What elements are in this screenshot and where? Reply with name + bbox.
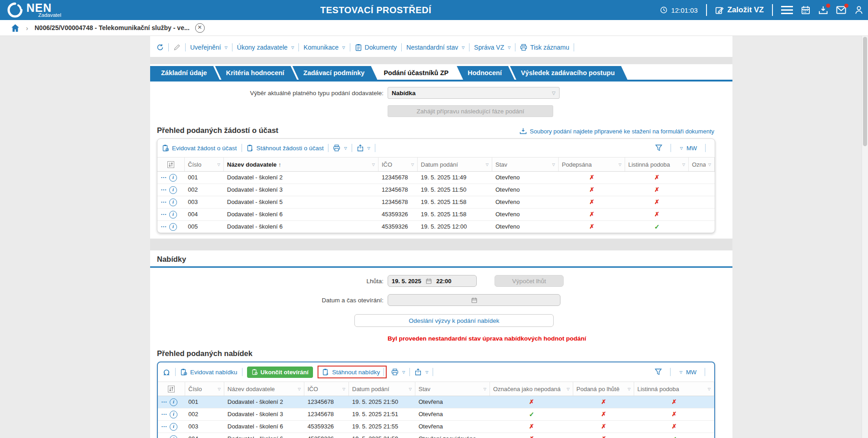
table-row[interactable]: •••i003Dodavatel - školení 51234567819. …	[157, 196, 715, 208]
filter-icon[interactable]	[655, 144, 662, 152]
start-next-phase-button[interactable]: Zahájit přípravu následující fáze podání	[388, 105, 553, 117]
column-filter-icon[interactable]: ▽	[411, 163, 414, 167]
info-icon[interactable]: i	[170, 411, 177, 418]
info-icon[interactable]: i	[170, 435, 177, 438]
table-row[interactable]: •••i002Dodavatel - školení 31234567819. …	[158, 408, 714, 420]
deadline-field[interactable]: 19. 5. 2025 22:00	[388, 275, 477, 287]
row-menu-icon[interactable]: •••	[161, 196, 167, 208]
info-icon[interactable]: i	[170, 398, 177, 406]
info-icon[interactable]: i	[169, 174, 177, 182]
refresh-button[interactable]	[156, 44, 164, 51]
table-row[interactable]: •••i004Dodavatel - školení 64535932619. …	[157, 208, 715, 220]
info-icon[interactable]: i	[169, 223, 177, 231]
column-header-6[interactable]: Podaná po lhůtě▽	[573, 382, 634, 396]
column-header-7[interactable]: Označe▽	[689, 158, 715, 171]
column-header-4[interactable]: Stav▽	[415, 382, 490, 396]
column-header-1[interactable]: Název dodavatele▽	[224, 382, 304, 396]
row-menu-icon[interactable]: •••	[161, 209, 167, 220]
chevron-down-icon[interactable]: ▽	[680, 370, 682, 374]
table-row[interactable]: •••i001Dodavatel - školení 21234567819. …	[158, 396, 714, 408]
command-item-4[interactable]: Nestandardní stav▽	[406, 44, 464, 51]
column-filter-icon[interactable]: ▽	[486, 163, 489, 167]
files-download-link[interactable]: Soubory podání najdete připravené ke sta…	[520, 127, 714, 135]
submission-type-select[interactable]: Nabídka ▽	[388, 87, 560, 99]
column-filter-icon[interactable]: ▽	[682, 163, 685, 167]
column-filter-icon[interactable]: ▽	[708, 387, 711, 391]
row-menu-icon[interactable]: •••	[161, 433, 167, 438]
nen-logo[interactable]: NEN Zadavatel	[7, 2, 61, 18]
menu-icon[interactable]	[781, 5, 793, 15]
stahnout-zadosti-button[interactable]: Stáhnout žádosti o účast	[247, 144, 324, 152]
breadcrumb-item[interactable]: N006/25/V00004748 - Telekomunikační služ…	[35, 24, 190, 31]
messages-button[interactable]	[836, 5, 846, 15]
stahnout-nabidky-button[interactable]: Stáhnout nabídky	[322, 368, 380, 376]
end-opening-button[interactable]: Ukončit otevírání	[247, 367, 313, 378]
column-filter-icon[interactable]: ▽	[628, 387, 631, 391]
vertical-scrollbar[interactable]	[862, 36, 868, 438]
command-item-1[interactable]: Úkony zadavatele▽	[237, 44, 294, 51]
column-settings-icon[interactable]	[157, 158, 185, 171]
info-icon[interactable]: i	[169, 199, 177, 206]
watch-button[interactable]	[162, 368, 171, 376]
column-header-0[interactable]: Číslo▽	[185, 382, 224, 396]
create-vz-button[interactable]: Založit VZ	[715, 5, 764, 15]
command-item-3[interactable]: Dokumenty	[355, 44, 397, 51]
column-filter-icon[interactable]: ▽	[372, 163, 375, 167]
column-header-6[interactable]: Listinná podoba▽	[625, 158, 689, 171]
tab-1[interactable]: Kritéria hodnocení	[215, 66, 297, 80]
filter-icon[interactable]	[655, 368, 662, 376]
column-header-3[interactable]: Datum podání▽	[418, 158, 492, 171]
column-header-5[interactable]: Označena jako nepodaná▽	[490, 382, 573, 396]
column-filter-icon[interactable]: ▽	[567, 387, 570, 391]
info-icon[interactable]: i	[169, 186, 177, 194]
column-header-0[interactable]: Číslo▽	[185, 158, 224, 171]
row-menu-icon[interactable]: •••	[161, 221, 167, 233]
column-filter-icon[interactable]: ▽	[484, 387, 486, 391]
info-icon[interactable]: i	[170, 423, 177, 431]
info-icon[interactable]: i	[169, 211, 177, 219]
scrollbar-thumb[interactable]	[863, 37, 867, 146]
home-icon[interactable]	[11, 24, 20, 32]
mw-toggle[interactable]: MW	[686, 145, 697, 152]
table-row[interactable]: •••i003Dodavatel - školení 64535932619. …	[158, 420, 714, 433]
command-item-0[interactable]: Uveřejnění▽	[190, 44, 227, 51]
tab-5[interactable]: Výsledek zadávacího postupu	[510, 66, 627, 80]
tab-2[interactable]: Zadávací podmínky	[293, 66, 378, 80]
column-filter-icon[interactable]: ▽	[217, 163, 220, 167]
column-header-3[interactable]: Datum podání▽	[349, 382, 415, 396]
column-header-4[interactable]: Stav▽	[492, 158, 559, 171]
export-button[interactable]: ▽	[414, 368, 428, 376]
calendar-icon[interactable]	[801, 5, 810, 15]
column-header-2[interactable]: IČO▽	[304, 382, 349, 396]
command-item-2[interactable]: Komunikace▽	[303, 44, 345, 51]
column-filter-icon[interactable]: ▽	[218, 387, 221, 391]
print-button[interactable]: ▽	[333, 144, 347, 152]
row-menu-icon[interactable]: •••	[161, 184, 167, 196]
column-filter-icon[interactable]: ▽	[708, 163, 711, 167]
print-button[interactable]: ▽	[391, 368, 405, 376]
column-filter-icon[interactable]: ▽	[343, 387, 345, 391]
column-filter-icon[interactable]: ▽	[552, 163, 555, 167]
command-item-5[interactable]: Správa VZ▽	[474, 44, 510, 51]
send-call-for-offers-button[interactable]: Odeslání výzvy k podání nabídek	[354, 314, 554, 327]
row-menu-icon[interactable]: •••	[161, 408, 167, 420]
column-filter-icon[interactable]: ▽	[619, 163, 621, 167]
downloads-button[interactable]	[818, 5, 828, 15]
column-settings-icon[interactable]	[158, 382, 185, 396]
export-button[interactable]: ▽	[357, 144, 370, 152]
table-row[interactable]: •••i005Dodavatel - školení 64535932619. …	[157, 220, 715, 233]
row-menu-icon[interactable]: •••	[161, 396, 167, 408]
row-menu-icon[interactable]: •••	[161, 172, 167, 183]
command-item-6[interactable]: Tisk záznamu	[520, 44, 569, 51]
column-header-2[interactable]: IČO▽	[378, 158, 418, 171]
table-row[interactable]: •••i002Dodavatel - školení 31234567819. …	[157, 183, 715, 196]
tab-3[interactable]: Podání účastníků ZP	[373, 66, 461, 80]
tab-0[interactable]: Základní údaje	[150, 66, 220, 80]
edit-record-button[interactable]	[173, 44, 181, 51]
column-header-5[interactable]: Podepsána▽	[559, 158, 625, 171]
close-icon[interactable]: ✕	[195, 23, 205, 33]
opening-datetime-field[interactable]	[388, 294, 560, 306]
column-header-7[interactable]: Listinná podoba▽	[634, 382, 714, 396]
compute-deadlines-button[interactable]: Výpočet lhůt	[495, 275, 564, 287]
mw-toggle[interactable]: MW	[686, 369, 696, 376]
